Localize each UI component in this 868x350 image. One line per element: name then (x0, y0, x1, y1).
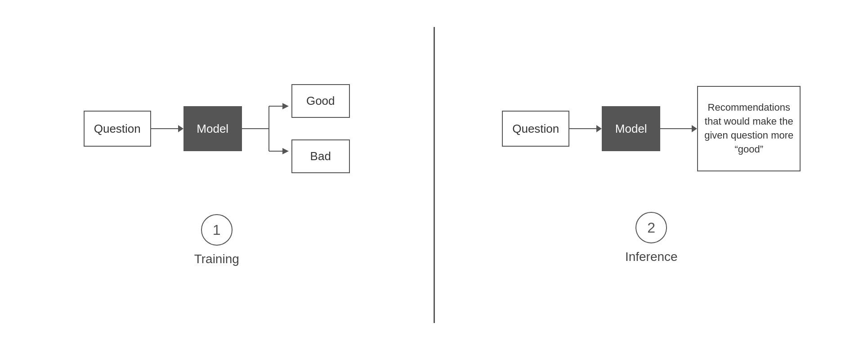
training-arrow-q-m (151, 125, 183, 132)
inference-question-label: Question (512, 122, 559, 136)
training-question-label: Question (94, 122, 141, 136)
training-badge-number: 1 (213, 222, 221, 238)
inference-panel: Question Model Recommendations that woul… (435, 0, 868, 350)
inference-diagram: Question Model Recommendations that woul… (502, 86, 801, 171)
svg-marker-6 (282, 148, 289, 154)
inference-badge-container: 2 Inference (625, 212, 678, 264)
inference-badge-number: 2 (647, 220, 655, 236)
training-good-box: Good (291, 84, 350, 118)
training-question-box: Question (84, 111, 151, 147)
inference-recommendations-label: Recommendations that would make the give… (703, 101, 794, 156)
inference-model-label: Model (615, 122, 647, 136)
training-badge: 1 (201, 214, 233, 246)
inference-model-box: Model (602, 106, 660, 151)
training-badge-container: 1 Training (194, 214, 239, 266)
training-bad-box: Bad (291, 139, 350, 173)
training-section-label: Training (194, 252, 239, 266)
training-output-boxes: Good Bad (291, 84, 350, 173)
inference-section-label: Inference (625, 250, 678, 264)
inference-badge: 2 (635, 212, 667, 243)
training-model-box: Model (183, 106, 242, 151)
training-bad-label: Bad (310, 149, 331, 163)
main-container: Question Model (0, 0, 868, 350)
training-model-label: Model (197, 122, 228, 136)
training-good-label: Good (306, 94, 335, 108)
training-diagram: Question Model (84, 84, 350, 174)
inference-recommendations-box: Recommendations that would make the give… (697, 86, 801, 171)
svg-marker-3 (282, 103, 289, 109)
inference-question-box: Question (502, 111, 569, 147)
inference-arrow-m-r (660, 125, 697, 132)
training-panel: Question Model (0, 0, 434, 350)
inference-arrow-q-m (569, 125, 602, 132)
